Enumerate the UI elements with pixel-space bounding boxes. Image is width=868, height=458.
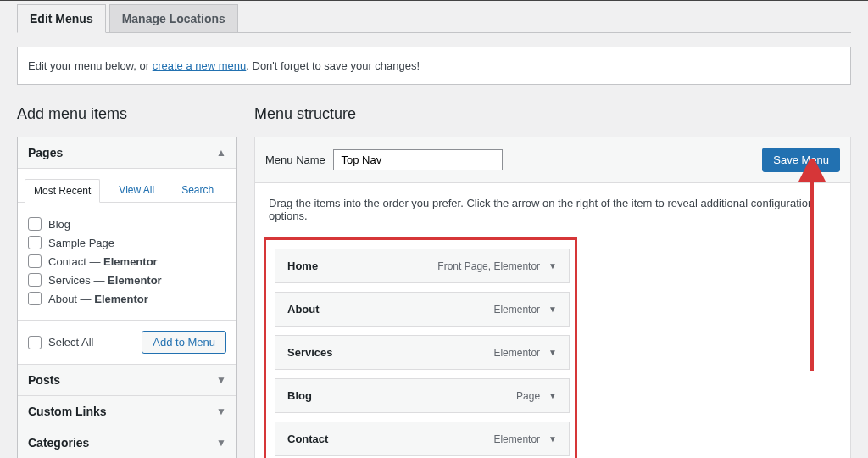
page-label: Sample Page <box>48 237 114 249</box>
tab-edit-menus[interactable]: Edit Menus <box>17 4 106 33</box>
select-all-label: Select All <box>48 336 93 349</box>
expand-icon[interactable]: ▼ <box>548 391 557 400</box>
add-items-heading: Add menu items <box>17 105 237 123</box>
notice-box: Edit your menu below, or create a new me… <box>17 47 851 85</box>
menu-item-title: About <box>287 303 320 316</box>
page-label: About — Elementor <box>48 293 148 305</box>
menu-item-meta: Elementor <box>493 304 540 316</box>
page-item: Services — Elementor <box>28 271 226 289</box>
menu-item-meta: Front Page, Elementor <box>437 260 540 272</box>
panel-categories-label: Categories <box>28 436 89 450</box>
tab-manage-locations[interactable]: Manage Locations <box>109 4 238 32</box>
page-checkbox[interactable] <box>28 292 42 305</box>
caret-down-icon: ▼ <box>216 405 226 417</box>
menu-item-title: Blog <box>287 389 312 402</box>
menu-item[interactable]: Blog Page▼ <box>275 378 570 413</box>
page-label: Contact — Elementor <box>48 255 158 268</box>
menu-item-title: Services <box>287 346 333 359</box>
menu-name-input[interactable] <box>333 149 503 170</box>
menu-item[interactable]: Home Front Page, Elementor▼ <box>275 249 570 283</box>
notice-text-post: . Don't forget to save your changes! <box>246 59 420 72</box>
menu-item-meta: Elementor <box>493 347 540 359</box>
page-checkbox[interactable] <box>28 236 42 249</box>
page-item: Contact — Elementor <box>28 252 226 271</box>
menu-item-title: Home <box>287 260 318 272</box>
expand-icon[interactable]: ▼ <box>548 261 557 271</box>
page-item: About — Elementor <box>28 289 226 308</box>
panel-pages: Pages ▲ Most Recent View All Search Blog <box>17 137 237 458</box>
page-checkbox[interactable] <box>28 254 42 268</box>
expand-icon[interactable]: ▼ <box>548 434 557 444</box>
expand-icon[interactable]: ▼ <box>548 304 557 314</box>
menu-item[interactable]: Contact Elementor▼ <box>275 422 570 456</box>
caret-up-icon: ▲ <box>216 147 226 159</box>
caret-down-icon: ▼ <box>216 374 226 386</box>
page-item: Sample Page <box>28 233 226 252</box>
menu-structure-heading: Menu structure <box>254 105 851 123</box>
page-label: Blog <box>48 218 70 231</box>
inner-tab-search[interactable]: Search <box>173 179 222 202</box>
save-menu-button[interactable]: Save Menu <box>762 148 840 172</box>
inner-tab-most-recent[interactable]: Most Recent <box>25 179 100 203</box>
menu-item[interactable]: About Elementor▼ <box>275 292 570 327</box>
caret-down-icon: ▼ <box>216 437 226 449</box>
create-new-menu-link[interactable]: create a new menu <box>153 59 247 72</box>
panel-categories-header[interactable]: Categories ▼ <box>18 427 236 458</box>
notice-text-pre: Edit your menu below, or <box>28 59 153 72</box>
menu-item-title: Contact <box>287 433 328 445</box>
menu-instruction: Drag the items into the order you prefer… <box>269 197 837 222</box>
inner-tab-view-all[interactable]: View All <box>110 179 163 202</box>
add-to-menu-button[interactable]: Add to Menu <box>142 331 226 354</box>
page-checkbox[interactable] <box>28 273 42 287</box>
nav-tab-wrapper: Edit Menus Manage Locations <box>17 4 851 33</box>
select-all-checkbox[interactable] <box>28 336 42 349</box>
menu-item-meta: Elementor <box>493 433 540 445</box>
panel-custom-links-label: Custom Links <box>28 405 107 418</box>
panel-custom-links-header[interactable]: Custom Links ▼ <box>18 395 236 427</box>
page-item: Blog <box>28 215 226 233</box>
menu-item[interactable]: Services Elementor▼ <box>275 335 570 370</box>
menu-item-meta: Page <box>516 390 540 402</box>
panel-posts-label: Posts <box>28 373 60 387</box>
menu-name-label: Menu Name <box>265 154 326 166</box>
page-label: Services — Elementor <box>48 274 162 287</box>
expand-icon[interactable]: ▼ <box>548 348 557 357</box>
page-checkbox[interactable] <box>28 217 42 231</box>
panel-posts-header[interactable]: Posts ▼ <box>18 364 236 395</box>
panel-pages-header[interactable]: Pages ▲ <box>18 137 236 169</box>
menu-items-highlight-box: Home Front Page, Elementor▼ About Elemen… <box>264 237 577 458</box>
panel-pages-label: Pages <box>28 146 63 159</box>
